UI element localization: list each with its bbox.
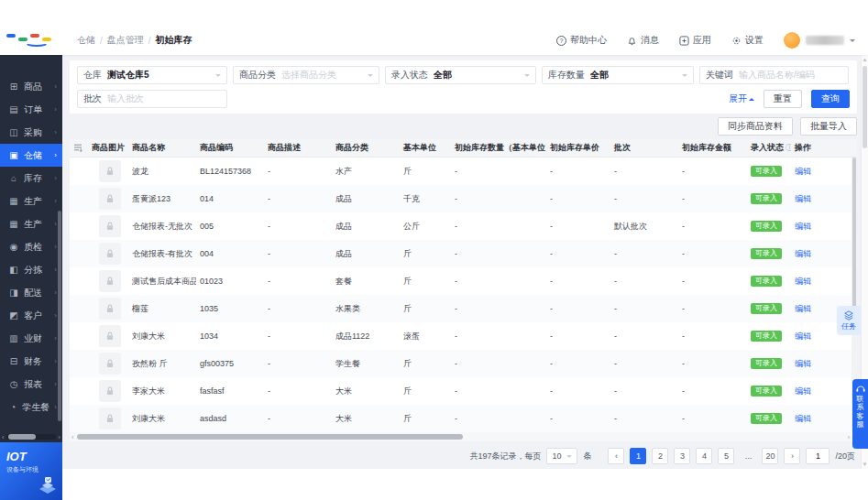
column-header: 初始库存金额 bbox=[678, 142, 747, 154]
table-horizontal-scrollbar[interactable]: ‹ › bbox=[70, 432, 852, 441]
sidebar-item-订单[interactable]: ▤订单› bbox=[0, 98, 62, 121]
sidebar-item-生产[interactable]: ▦生产› bbox=[0, 190, 62, 212]
initial-price: - bbox=[546, 332, 610, 341]
scrollbar-thumb[interactable] bbox=[8, 434, 36, 440]
search-button[interactable]: 查询 bbox=[811, 90, 850, 108]
app-logo[interactable] bbox=[0, 26, 62, 55]
contact-support-tab[interactable]: 联系客服 bbox=[852, 379, 868, 449]
scroll-left-icon[interactable]: ‹ bbox=[2, 433, 5, 441]
sidebar-item-生产[interactable]: ▦生产› bbox=[0, 212, 62, 235]
stock-qty-select[interactable]: 库存数量 全部 bbox=[542, 66, 694, 84]
page-size-select[interactable]: 10 bbox=[546, 448, 577, 464]
page-button-4[interactable]: 4 bbox=[696, 448, 712, 464]
sidebar-item-学生餐[interactable]: ◔学生餐› bbox=[0, 396, 62, 418]
category-select[interactable]: 商品分类 选择商品分类 bbox=[233, 66, 379, 84]
breadcrumb-item[interactable]: 盘点管理 bbox=[107, 34, 144, 47]
sidebar-horizontal-scrollbar[interactable]: ‹ › bbox=[0, 431, 62, 442]
sidebar-item-库存[interactable]: ⌂库存› bbox=[0, 167, 62, 190]
page-button-2[interactable]: 2 bbox=[652, 448, 668, 464]
sidebar-item-仓储[interactable]: ▣仓储› bbox=[0, 144, 62, 167]
delivery-icon: ◨ bbox=[8, 288, 19, 298]
breadcrumb-item[interactable]: 仓储 bbox=[77, 34, 95, 47]
scroll-right-icon[interactable]: › bbox=[848, 434, 850, 440]
messages-button[interactable]: 消息 bbox=[627, 34, 659, 47]
edit-link[interactable]: 编辑 bbox=[795, 222, 811, 231]
initial-qty: - bbox=[451, 359, 546, 368]
warehouse-select[interactable]: 仓库 测试仓库5 bbox=[77, 66, 227, 84]
column-settings-icon[interactable] bbox=[70, 143, 88, 154]
page-jump-input[interactable] bbox=[806, 448, 830, 464]
edit-link[interactable]: 编辑 bbox=[795, 277, 811, 286]
edit-link[interactable]: 编辑 bbox=[795, 194, 811, 203]
iot-device-icon bbox=[36, 474, 60, 495]
initial-amount: - bbox=[678, 167, 747, 176]
iot-banner[interactable]: IOT 设备与环境 bbox=[0, 442, 62, 500]
scroll-down-icon[interactable]: ▼ bbox=[862, 462, 868, 467]
product-category: 成品 bbox=[332, 248, 400, 260]
table-row: 波龙BL124157368-水产斤----可录入编辑 bbox=[70, 158, 857, 185]
batch-input[interactable]: 批次 输入批次 bbox=[77, 90, 227, 108]
sidebar-item-分拣[interactable]: ◧分拣› bbox=[0, 258, 62, 281]
expand-filters-link[interactable]: 展开 bbox=[729, 92, 754, 105]
edit-link[interactable]: 编辑 bbox=[795, 304, 811, 313]
edit-link[interactable]: 编辑 bbox=[795, 249, 811, 258]
page-button-3[interactable]: 3 bbox=[674, 448, 690, 464]
product-name: 榴莲 bbox=[128, 303, 196, 315]
sidebar-item-质检[interactable]: ◉质检› bbox=[0, 235, 62, 258]
column-header: 操作 bbox=[791, 142, 857, 154]
scroll-left-icon[interactable]: ‹ bbox=[71, 434, 73, 440]
initial-amount: - bbox=[678, 194, 747, 203]
chevron-right-icon: › bbox=[54, 311, 57, 320]
settings-button[interactable]: 设置 bbox=[731, 34, 764, 47]
edit-link[interactable]: 编辑 bbox=[795, 414, 811, 423]
sync-products-button[interactable]: 同步商品资料 bbox=[718, 117, 793, 136]
sidebar-item-财务[interactable]: ⊟财务› bbox=[0, 350, 62, 373]
sidebar-item-配送[interactable]: ◨配送› bbox=[0, 281, 62, 304]
scrollbar-thumb[interactable] bbox=[852, 158, 856, 311]
task-widget[interactable]: 任务 bbox=[837, 306, 861, 335]
breadcrumb-current: 初始库存 bbox=[156, 34, 192, 47]
page-button-5[interactable]: 5 bbox=[718, 448, 734, 464]
product-desc: - bbox=[264, 167, 332, 176]
sidebar-item-业财[interactable]: ▥业财› bbox=[0, 327, 62, 350]
status-badge: 可录入 bbox=[751, 358, 782, 369]
product-image-placeholder bbox=[99, 408, 121, 429]
scrollbar-thumb[interactable] bbox=[77, 434, 462, 440]
initial-qty: - bbox=[451, 249, 546, 258]
keyword-input[interactable]: 关键词 输入商品名称/编码 bbox=[699, 66, 849, 84]
scrollbar-thumb[interactable] bbox=[863, 66, 867, 148]
sidebar-vertical-scrollbar[interactable] bbox=[58, 211, 61, 421]
product-code: gfs00375 bbox=[196, 359, 264, 368]
chevron-down-icon bbox=[368, 74, 373, 80]
sidebar-item-报表[interactable]: ◷报表› bbox=[0, 373, 62, 396]
chevron-down-icon bbox=[566, 455, 572, 461]
chevron-down-icon bbox=[850, 39, 855, 45]
apps-button[interactable]: 应用 bbox=[679, 34, 711, 47]
status-badge: 可录入 bbox=[751, 166, 782, 177]
page-button-20[interactable]: 20 bbox=[762, 448, 778, 464]
sidebar-item-采购[interactable]: ◫采购› bbox=[0, 121, 62, 144]
product-category: 成品 bbox=[332, 221, 400, 233]
batch: - bbox=[610, 332, 678, 341]
edit-link[interactable]: 编辑 bbox=[795, 332, 811, 341]
reset-button[interactable]: 重置 bbox=[764, 90, 802, 108]
edit-link[interactable]: 编辑 bbox=[795, 359, 811, 368]
batch-import-button[interactable]: 批量导入 bbox=[800, 117, 857, 136]
product-category: 学生餐 bbox=[332, 358, 400, 370]
scroll-right-icon[interactable]: › bbox=[58, 433, 60, 441]
entry-status-select[interactable]: 录入状态 全部 bbox=[385, 66, 536, 84]
product-code: fasfasf bbox=[196, 386, 264, 396]
edit-link[interactable]: 编辑 bbox=[795, 386, 811, 396]
initial-amount: - bbox=[678, 332, 747, 341]
sidebar-item-客户[interactable]: ◩客户› bbox=[0, 304, 62, 327]
help-center-button[interactable]: ? 帮助中心 bbox=[556, 34, 607, 47]
scroll-up-icon[interactable]: ▲ bbox=[862, 57, 868, 62]
edit-link[interactable]: 编辑 bbox=[795, 167, 811, 176]
sidebar-item-商品[interactable]: ⊞商品› bbox=[0, 75, 62, 98]
product-image-placeholder bbox=[99, 353, 121, 375]
page-button-1[interactable]: 1 bbox=[630, 448, 646, 464]
next-page-button[interactable]: › bbox=[784, 448, 800, 464]
pagination: 共197条记录，每页 10 条 ‹ 12345...20 › /20页 bbox=[70, 447, 855, 465]
prev-page-button[interactable]: ‹ bbox=[608, 448, 624, 464]
user-menu[interactable] bbox=[784, 32, 855, 49]
